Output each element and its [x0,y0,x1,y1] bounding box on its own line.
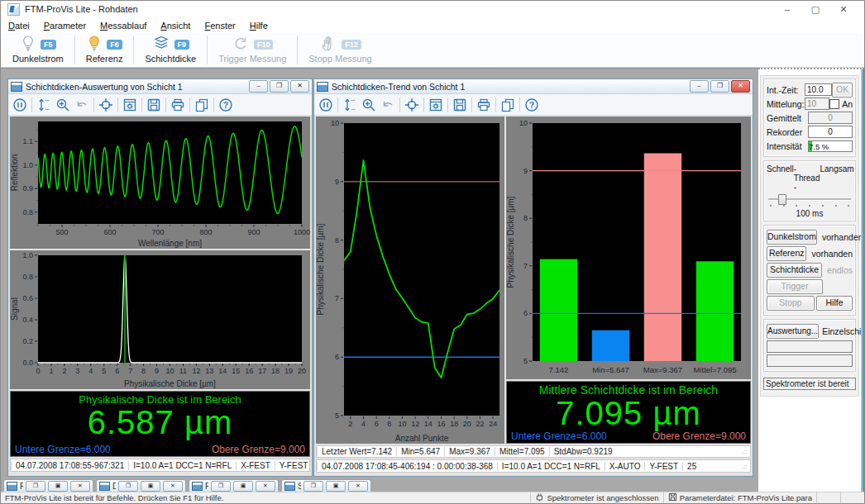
undo-icon[interactable] [380,97,396,113]
stopp-panel-button: Stopp [767,296,815,311]
menu-messablauf[interactable]: Messablauf [100,21,146,31]
schichtdicke-button[interactable]: F9 Schichtdicke [136,33,204,67]
minimize-icon[interactable]: – [773,1,801,17]
autoscale-icon[interactable] [36,97,52,113]
restore-icon[interactable]: ❐ [211,481,231,492]
summary-bars-chart[interactable]: 56789107.142Min=5.647Max=9.367Mittel=7.0… [506,116,751,379]
restore-icon[interactable]: ❐ [26,481,45,492]
referenz-button[interactable]: F6 Referenz [78,33,131,67]
pause-icon[interactable] [318,97,334,113]
dunkelstrom-panel-button[interactable]: Dunkelstrom [767,230,817,245]
trend-chart[interactable]: 567891024681012141618202224Anzahl Punkte… [316,116,504,444]
svg-text:0.8: 0.8 [22,273,33,281]
undo-icon[interactable] [74,97,90,113]
crosshair-icon[interactable] [404,97,420,113]
window-icon [99,482,110,491]
svg-text:900: 900 [247,228,260,236]
upper-limit-text: Obere Grenze=9.000 [652,430,746,442]
fkey-badge: F10 [254,40,274,50]
svg-text:Physikalische Dicke [µm]: Physikalische Dicke [µm] [316,223,325,315]
svg-text:5: 5 [335,411,339,420]
toolbar-separator [519,97,520,112]
measurement-controls: Int.-Zeit: 10.0 OK Mittelung: 10 An Gemi… [760,75,859,397]
copy-icon[interactable] [194,97,210,113]
svg-text:8: 8 [335,236,339,245]
button-label: Schichtdicke [145,54,196,64]
close-icon[interactable]: ✕ [163,481,183,492]
upper-limit-text: Obere Grenze=9.000 [212,444,305,455]
menu-parameter[interactable]: Parameter [44,21,86,31]
maximize-icon[interactable]: ▣ [326,481,346,492]
rekorder-field[interactable]: 0 [808,126,853,138]
auswertung-window: Schichtdicken-Auswertung von Schicht 1 –… [7,78,313,477]
svg-text:Max=9.367: Max=9.367 [643,365,682,374]
print-icon[interactable] [170,97,186,113]
svg-text:800: 800 [199,228,212,236]
resize-grip[interactable]: .:: [742,463,750,470]
restore-icon[interactable]: ❐ [303,481,323,492]
minimize-icon[interactable]: – [690,80,709,93]
restore-icon[interactable]: ❐ [118,481,138,492]
autoscale-icon[interactable] [342,97,358,113]
chart-settings-icon[interactable] [428,97,444,113]
trend-window-titlebar[interactable]: Schichtdicken-Trend von Schicht 1 – ❐ ✕ [314,79,753,94]
svg-text:0.6: 0.6 [22,294,33,302]
menu-fenster[interactable]: Fenster [204,21,235,31]
save-icon[interactable] [452,97,468,113]
referenz-panel-button[interactable]: Referenz [767,246,806,261]
restore-icon[interactable]: ❐ [710,80,729,93]
help-icon[interactable]: ? [217,97,234,113]
empty-field-1 [767,340,853,353]
help-icon[interactable]: ? [523,97,540,113]
speed-slider[interactable] [768,193,851,204]
svg-text:1.1: 1.1 [22,137,33,145]
maximize-icon[interactable]: ▣ [233,481,253,492]
close-icon[interactable]: ✕ [348,481,368,492]
svg-text:5: 5 [523,357,528,365]
crosshair-icon[interactable] [98,97,114,113]
restore-icon[interactable]: ❐ [270,80,289,93]
dunkelstrom-button[interactable]: F5 Dunkelstrom [4,33,72,67]
maximize-icon[interactable]: ▣ [48,481,68,492]
thickness-signal-chart[interactable]: 0.00.20.40.60.81.00123456789101112131415… [10,250,310,389]
close-icon[interactable]: ✕ [70,481,90,492]
copy-icon[interactable] [499,97,516,113]
minimize-icon[interactable]: – [249,80,268,93]
svg-text:10: 10 [331,119,339,127]
menu-hilfe[interactable]: Hilfe [250,21,268,31]
maximize-icon[interactable]: ▢ [801,1,829,17]
slider-thumb[interactable] [778,194,786,205]
maximize-icon[interactable]: ▣ [141,481,160,492]
int-zeit-input[interactable]: 10.0 [805,83,832,96]
auswertung-window-titlebar[interactable]: Schichtdicken-Auswertung von Schicht 1 –… [8,79,312,94]
control-panel: Int.-Zeit: 10.0 OK Mittelung: 10 An Gemi… [758,68,864,492]
save-icon[interactable] [146,97,162,113]
close-icon[interactable]: ✕ [290,80,309,93]
svg-text:Mittel=7.095: Mittel=7.095 [693,365,736,374]
print-icon[interactable] [476,97,492,113]
schichtdicke-panel-button[interactable]: Schichtdicke [767,263,822,278]
chart-settings-icon[interactable] [122,97,138,113]
auswertung-button[interactable]: Auswertung... [767,324,819,339]
spectrometer-ready-field: Spektrometer ist bereit [763,378,856,390]
menu-datei[interactable]: Datei [8,21,30,31]
fkey-badge: F5 [41,40,56,50]
reflectance-chart[interactable]: 0.80.91.01.15006007008009001000Wellenlän… [10,116,310,249]
menu-ansicht[interactable]: Ansicht [160,21,190,31]
toolbar-separator [337,97,338,112]
zoom-in-icon[interactable] [55,97,71,113]
trend-chart-panel: 567891024681012141618202224Anzahl Punkte… [316,116,504,444]
svg-text:6: 6 [335,353,339,361]
close-icon[interactable]: ✕ [731,80,750,93]
svg-text:7: 7 [128,367,132,375]
close-icon[interactable]: ✕ [829,1,858,17]
an-checkbox[interactable] [829,99,839,109]
pause-icon[interactable] [12,97,28,113]
mittelung-input[interactable]: 10 [805,97,829,110]
close-icon[interactable]: ✕ [256,481,275,492]
resize-grip[interactable]: .:: [742,448,750,455]
svg-text:500: 500 [55,228,68,236]
hilfe-button[interactable]: Hilfe [816,296,853,311]
zoom-in-icon[interactable] [361,97,377,113]
status-segment: 04.07.2008 17:08:45-406:194 : 0.00:00:38… [317,462,497,471]
